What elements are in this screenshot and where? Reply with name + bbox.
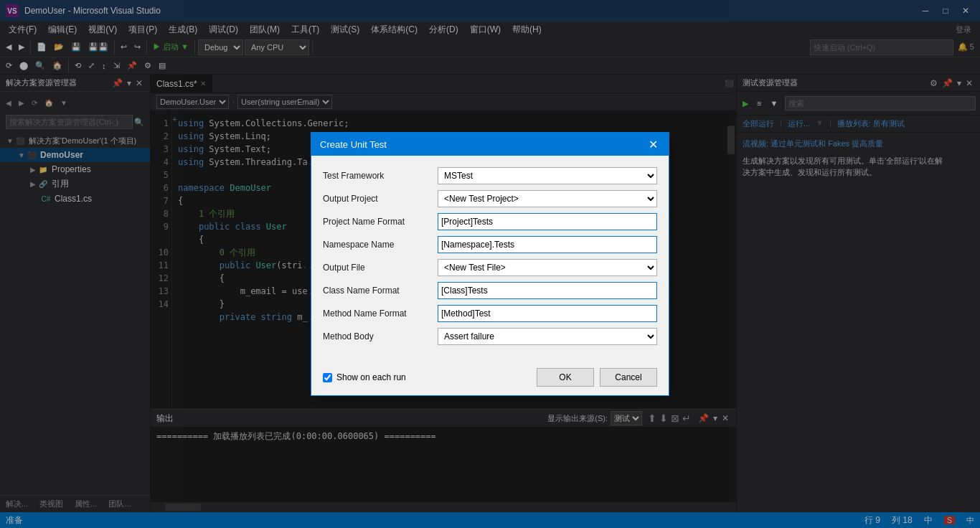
dialog-row-output-file: Output File <New Test File> <box>323 259 657 276</box>
class-name-format-input[interactable] <box>438 282 657 299</box>
class-name-format-control <box>438 282 657 299</box>
project-name-format-control <box>438 213 657 230</box>
test-framework-select[interactable]: MSTest <box>438 167 657 184</box>
dialog-body: Test Framework MSTest Output Project <Ne… <box>311 156 669 362</box>
output-file-control: <New Test File> <box>438 259 657 276</box>
namespace-name-input[interactable] <box>438 236 657 253</box>
method-body-label: Method Body <box>323 331 438 341</box>
create-unit-test-dialog: Create Unit Test ✕ Test Framework MSTest… <box>311 132 669 396</box>
output-file-label: Output File <box>323 263 438 273</box>
dialog-overlay: Create Unit Test ✕ Test Framework MSTest… <box>0 0 980 528</box>
dialog-row-method-name-format: Method Name Format <box>323 305 657 322</box>
dialog-footer: Show on each run OK Cancel <box>311 362 669 395</box>
output-project-label: Output Project <box>323 194 438 204</box>
project-name-format-input[interactable] <box>438 213 657 230</box>
dialog-buttons: OK Cancel <box>537 368 657 387</box>
namespace-name-label: Namespace Name <box>323 240 438 250</box>
dialog-ok-button[interactable]: OK <box>537 368 594 387</box>
show-on-each-run-row: Show on each run <box>323 372 406 382</box>
dialog-close-button[interactable]: ✕ <box>646 137 660 151</box>
dialog-title: Create Unit Test <box>320 139 387 150</box>
output-project-control: <New Test Project> <box>438 190 657 207</box>
dialog-title-bar: Create Unit Test ✕ <box>311 133 669 156</box>
method-name-format-control <box>438 305 657 322</box>
dialog-row-project-name-format: Project Name Format <box>323 213 657 230</box>
project-name-format-label: Project Name Format <box>323 217 438 227</box>
test-framework-label: Test Framework <box>323 171 438 181</box>
method-name-format-label: Method Name Format <box>323 308 438 319</box>
method-name-format-input[interactable] <box>438 305 657 322</box>
dialog-row-test-framework: Test Framework MSTest <box>323 167 657 184</box>
dialog-row-method-body: Method Body Assert failure <box>323 328 657 345</box>
method-body-control: Assert failure <box>438 328 657 345</box>
output-file-select[interactable]: <New Test File> <box>438 259 657 276</box>
dialog-row-class-name-format: Class Name Format <box>323 282 657 299</box>
namespace-name-control <box>438 236 657 253</box>
dialog-row-namespace-name: Namespace Name <box>323 236 657 253</box>
dialog-row-output-project: Output Project <New Test Project> <box>323 190 657 207</box>
method-body-select[interactable]: Assert failure <box>438 328 657 345</box>
show-on-each-run-checkbox[interactable] <box>323 373 332 382</box>
class-name-format-label: Class Name Format <box>323 286 438 296</box>
show-on-each-run-label: Show on each run <box>336 372 406 382</box>
output-project-select[interactable]: <New Test Project> <box>438 190 657 207</box>
test-framework-control: MSTest <box>438 167 657 184</box>
dialog-cancel-button[interactable]: Cancel <box>600 368 657 387</box>
